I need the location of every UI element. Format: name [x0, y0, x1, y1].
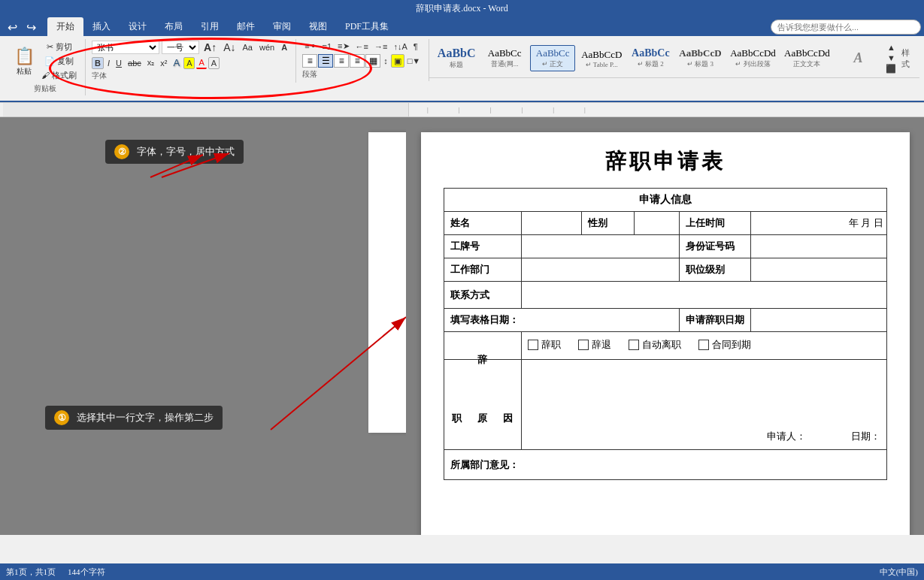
field-position[interactable] [750, 258, 886, 282]
field-resign-date[interactable] [750, 309, 886, 332]
font-name-select[interactable]: 张书 [92, 41, 159, 54]
paragraph-group: ≡⚬ ≡1 ≡➤ ←≡ →≡ ↑↓A ¶ ≡ ☰ ≡ ≡ ▦ ↕ ▣ □▼ [296, 39, 429, 81]
tab-references[interactable]: 引用 [192, 17, 228, 36]
checkbox-resign[interactable] [528, 340, 538, 350]
checkbox-auto-leave[interactable] [629, 340, 639, 350]
field-start-date[interactable]: 年 月 日 [750, 212, 886, 235]
strikethrough-button[interactable]: abc [126, 58, 144, 68]
tab-undo[interactable]: ↩ [3, 19, 22, 36]
tab-pdf[interactable]: PDF工具集 [336, 17, 398, 36]
font-grow-button[interactable]: A↑ [201, 41, 219, 54]
line-spacing-button[interactable]: ↕ [381, 54, 390, 68]
style-normal[interactable]: AaBbCc ↵ 正文 [530, 45, 575, 71]
field-contact[interactable] [521, 282, 886, 309]
step2-text: 字体，字号，居中方式 [137, 146, 235, 157]
tab-mailings[interactable]: 邮件 [228, 17, 264, 36]
shading-button[interactable]: ▣ [391, 54, 404, 68]
style-table-para[interactable]: AaBbCcD ↵ Table P... [578, 47, 625, 71]
label-resign-type: 辞 [444, 332, 521, 360]
style-body-text[interactable]: AaBbCcDd 正文文本 [781, 45, 832, 71]
styles-label: 样式 [901, 47, 916, 70]
text-effect-button[interactable]: A [171, 56, 182, 69]
ribbon: ↩ ↪ 开始 插入 设计 布局 引用 邮件 审阅 视图 PDF工具集 📋 粘贴 [0, 17, 924, 102]
cut-button[interactable]: ✂ 剪切 [39, 41, 79, 53]
sort-button[interactable]: ↑↓A [391, 41, 409, 52]
column-button[interactable]: ▦ [365, 54, 380, 68]
font-char-button[interactable]: A [279, 42, 289, 53]
tab-design[interactable]: 设计 [120, 17, 156, 36]
tab-redo[interactable]: ↪ [22, 19, 41, 36]
align-center-button[interactable]: ☰ [318, 54, 333, 68]
ribbon-search-input[interactable] [771, 20, 921, 35]
decrease-indent-button[interactable]: ←≡ [353, 41, 371, 52]
field-dept[interactable] [521, 258, 679, 282]
font-label: 字体 [92, 69, 107, 81]
label-badge: 工牌号 [444, 235, 521, 258]
label-reason: 职原因 [444, 360, 521, 450]
font-color-button[interactable]: A [196, 57, 206, 69]
styles-panel: AaBbC 标题 AaBbCc 普通(网... AaBbCc ↵ 正文 AaBb… [429, 39, 919, 78]
subscript-button[interactable]: x₂ [145, 57, 157, 68]
language-indicator: 中文(中国) [880, 566, 918, 578]
label-position: 职位级别 [679, 258, 750, 282]
outline-list-button[interactable]: ≡➤ [335, 41, 351, 52]
style-list-para[interactable]: AaBbCcDd ↵ 列出段落 [727, 45, 778, 71]
increase-indent-button[interactable]: →≡ [372, 41, 389, 52]
field-badge[interactable] [521, 235, 679, 258]
form-table: 申请人信息 姓名 性别 上任时间 年 月 日 工牌号 身份证号码 [444, 188, 887, 480]
font-border-button[interactable]: A [208, 57, 220, 69]
checkbox-dismiss[interactable] [578, 340, 589, 350]
show-marks-button[interactable]: ¶ [411, 41, 420, 52]
field-fill-date[interactable]: 填写表格日期： [444, 309, 679, 332]
label-dept-opinion: 所属部门意见： [450, 459, 519, 470]
align-justify-button[interactable]: ≡ [350, 54, 365, 68]
format-brush-button[interactable]: 🖌 格式刷 [39, 69, 79, 82]
tab-insert[interactable]: 插入 [83, 17, 120, 36]
status-bar: 第1页，共1页 144个字符 中文(中国) [0, 563, 924, 580]
field-dept-opinion[interactable]: 所属部门意见： [444, 450, 886, 480]
table-row-badge: 工牌号 身份证号码 [444, 235, 886, 258]
style-heading2[interactable]: AaBbCc ↵ 标题 2 [628, 45, 673, 71]
number-list-button[interactable]: ≡1 [320, 41, 335, 52]
tab-layout[interactable]: 布局 [156, 17, 192, 36]
table-row-date: 填写表格日期： 申请辞职日期 [444, 309, 886, 332]
underline-button[interactable]: U [114, 58, 124, 68]
italic-button[interactable]: I [105, 58, 112, 68]
align-right-button[interactable]: ≡ [334, 54, 349, 68]
styles-scroll-down[interactable]: ▼ [883, 53, 898, 63]
tab-home[interactable]: 开始 [47, 17, 83, 36]
align-left-button[interactable]: ≡ [302, 54, 317, 68]
arrow-step1 [263, 302, 406, 437]
styles-scroll-up[interactable]: ▲ [883, 42, 898, 53]
superscript-button[interactable]: x² [158, 58, 169, 68]
style-heading[interactable]: AaBbC 标题 [434, 44, 479, 72]
annotation-step1: ① 选择其中一行文字，操作第二步 [45, 406, 223, 430]
field-gender[interactable] [634, 212, 679, 235]
field-id[interactable] [750, 235, 886, 258]
style-heading3[interactable]: AaBbCcD ↵ 标题 3 [676, 45, 724, 71]
paste-button[interactable]: 📋 粘贴 [11, 45, 38, 78]
clear-format-button[interactable]: wén [257, 42, 277, 53]
tab-review[interactable]: 审阅 [264, 17, 300, 36]
tab-view[interactable]: 视图 [300, 17, 336, 36]
highlight-button[interactable]: A [183, 57, 195, 69]
label-applicant: 申请人： [767, 430, 806, 443]
bullet-list-button[interactable]: ≡⚬ [302, 41, 318, 52]
table-row-contact: 联系方式 [444, 282, 886, 309]
style-more[interactable]: A [835, 48, 880, 68]
label-resign-date: 申请辞职日期 [679, 309, 750, 332]
field-reason[interactable]: 申请人： 日期： [521, 360, 886, 450]
label-contact: 联系方式 [444, 282, 521, 309]
font-shrink-button[interactable]: A↓ [221, 41, 238, 54]
field-name[interactable] [521, 212, 581, 235]
bold-button[interactable]: B [92, 57, 104, 69]
font-case-button[interactable]: Aa [241, 42, 255, 53]
copy-button[interactable]: 📄 复制 [39, 55, 79, 68]
style-normal-web[interactable]: AaBbCc 普通(网... [482, 45, 527, 71]
checkbox-contract-end[interactable] [698, 340, 709, 350]
svg-line-1 [271, 317, 406, 430]
label-dismiss: 辞退 [592, 338, 611, 352]
border-button[interactable]: □▼ [405, 54, 423, 68]
styles-expand[interactable]: ⬛ [883, 63, 898, 74]
font-size-select[interactable]: 一号 [162, 41, 199, 54]
